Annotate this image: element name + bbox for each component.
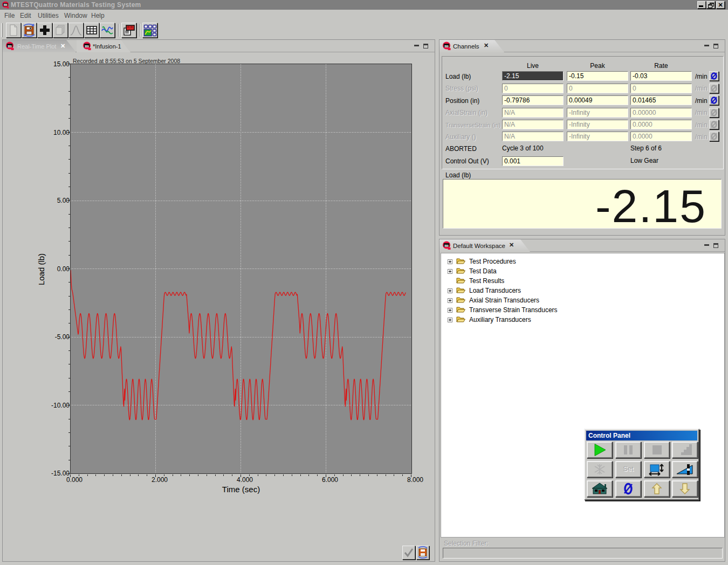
svg-text:m: m <box>4 2 8 7</box>
svg-text:m: m <box>444 243 449 248</box>
svg-text:m: m <box>8 43 12 49</box>
svg-text:m: m <box>85 43 89 49</box>
svg-text:m: m <box>444 43 449 49</box>
